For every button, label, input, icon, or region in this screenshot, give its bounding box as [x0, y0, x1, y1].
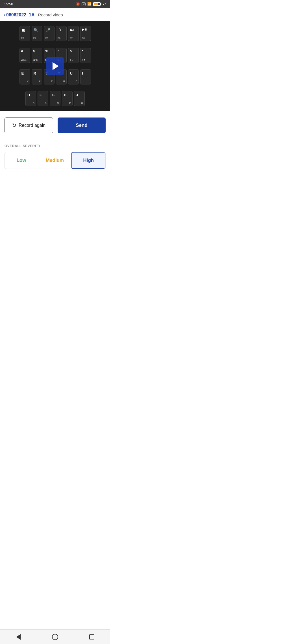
record-again-label: Record again — [19, 123, 45, 128]
play-button[interactable] — [46, 57, 64, 75]
status-bar: 15:58 🔕 ✕ 📶 77 — [0, 0, 110, 8]
send-button[interactable]: Send — [58, 118, 106, 133]
key-j: JО — [74, 91, 85, 106]
battery-icon — [93, 2, 101, 6]
key-g: GП — [50, 91, 60, 106]
key-8: * 8 : — [80, 48, 91, 63]
top-nav: ‹ 06062022_1A Record video — [0, 8, 110, 21]
severity-medium-label: Medium — [46, 158, 64, 163]
severity-high-label: High — [83, 158, 94, 163]
wifi-icon: 📶 — [87, 2, 91, 6]
key-7: & 7 . — [68, 48, 79, 63]
send-label: Send — [76, 123, 88, 128]
play-icon — [53, 62, 59, 70]
severity-low-label: Low — [17, 158, 26, 163]
severity-high-button[interactable]: High — [71, 152, 106, 169]
nav-back-label: 06062022_1A — [6, 12, 35, 18]
key-f: FА — [38, 91, 48, 106]
page-title: Record video — [38, 12, 63, 17]
key-row-fn: ▣F3 🔍F4 🎤F5 ☽F6 ⏮F7 ▶⏸F8 — [1, 24, 109, 44]
close-icon: ✕ — [82, 2, 86, 6]
mute-icon: 🔕 — [76, 2, 80, 6]
key-r: RК — [32, 69, 42, 84]
back-button[interactable]: ‹ 06062022_1A — [4, 12, 35, 18]
key-u: UГ — [68, 69, 79, 84]
key-f3: ▣F3 — [19, 26, 30, 41]
key-row-dfgh: DВ FА GП HР JО — [1, 89, 109, 109]
key-f6: ☽F6 — [56, 26, 67, 41]
severity-medium-button[interactable]: Medium — [38, 152, 71, 169]
main-content: ▣F3 🔍F4 🎤F5 ☽F6 ⏮F7 ▶⏸F8 — [0, 21, 110, 190]
back-chevron-icon: ‹ — [4, 12, 6, 18]
video-container: ▣F3 🔍F4 🎤F5 ☽F6 ⏮F7 ▶⏸F8 — [0, 21, 110, 111]
severity-section: OVERALL SEVERITY Low Medium High — [0, 136, 110, 173]
severity-options: Low Medium High — [5, 152, 106, 169]
key-e: EУ — [19, 69, 30, 84]
key-f4: 🔍F4 — [32, 26, 42, 41]
refresh-icon: ↻ — [12, 122, 16, 129]
action-buttons: ↻ Record again Send — [0, 111, 110, 136]
status-time: 15:58 — [4, 2, 13, 6]
key-f7: ⏮F7 — [68, 26, 79, 41]
severity-section-label: OVERALL SEVERITY — [5, 144, 106, 148]
severity-low-button[interactable]: Low — [5, 152, 38, 169]
key-h: HР — [62, 91, 73, 106]
key-4: $ 4 % — [32, 48, 42, 63]
key-3: # 3 № — [19, 48, 30, 63]
key-f8: ▶⏸F8 — [80, 26, 91, 41]
status-icons: 🔕 ✕ 📶 77 — [76, 2, 106, 6]
key-d: DВ — [25, 91, 36, 106]
key-i: I — [80, 69, 91, 84]
battery-level: 77 — [103, 2, 106, 6]
record-again-button[interactable]: ↻ Record again — [5, 118, 53, 133]
key-f5: 🎤F5 — [44, 26, 55, 41]
